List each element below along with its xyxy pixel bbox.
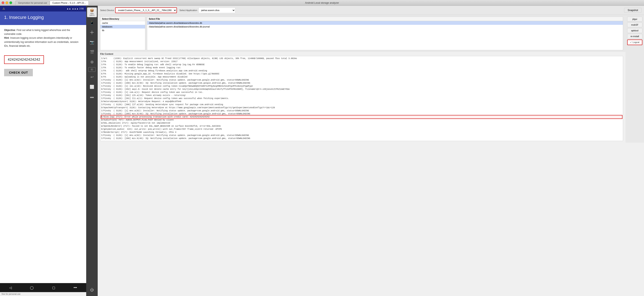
- nav-item-gps[interactable]: [88, 28, 96, 37]
- apktool-button[interactable]: apktool: [627, 28, 642, 33]
- log-line: I/Finsky ( 3128): [289] mzx.b(48): IQ: N…: [101, 82, 622, 85]
- log-line: I/Finsky ( 3128): [1] mnv.a(82): Install…: [101, 134, 622, 137]
- log-line: I/Finsky ( 3128): [289] mzx.b(48): IQ: N…: [101, 137, 622, 140]
- window-title: Android Local storage analyzer: [305, 1, 339, 4]
- log-line: V/RenderScript( 2717): 0xe2579e00 Launch…: [101, 131, 622, 134]
- nav-item-camera[interactable]: 📷: [88, 38, 96, 47]
- signal-icon: ▲▲▲: [72, 7, 78, 10]
- logcat-button[interactable]: ✓ Logcat: [627, 39, 642, 45]
- device-tab[interactable]: Custom Phone – 5.1.0 – API 22...: [50, 0, 88, 5]
- svg-point-0: [91, 32, 92, 33]
- app-tab[interactable]: Genymotion for personal use: [16, 0, 50, 5]
- log-line: I/FA ( 3128): To enable faster debug mod…: [101, 66, 622, 69]
- app-body: Objective: Find out what is being logged…: [0, 25, 86, 51]
- nav-item-square[interactable]: ⬜: [88, 82, 96, 91]
- log-line: W/EGL_emulation( 2717): eglSurfaceAttrib…: [101, 122, 622, 125]
- log-line: I/Finsky ( 3128): [289] mzx.b(48): IQ: N…: [101, 112, 622, 115]
- log-line: I/Finsky ( 3128): [1] xsm.a(1): Request …: [101, 91, 622, 94]
- browser-area: Select Directory cache databases lib Sel…: [98, 15, 644, 143]
- log-line: E/FA ( 3128): Missing google_app_id. Fir…: [101, 72, 622, 75]
- close-btn[interactable]: [2, 1, 4, 4]
- log-line: D/Volley ( 3128): [262] aayc.b: Could no…: [101, 88, 622, 91]
- nav-item-media[interactable]: 🎬: [88, 47, 96, 56]
- log-line: I/art (1339): Explicit concurrent mark s…: [101, 57, 622, 60]
- browser-main: Select Directory cache databases lib Sel…: [98, 15, 626, 143]
- log-line: W/AudioTrack( 707): AUDIO_OUTPUT_FLAG_FA…: [101, 118, 622, 122]
- dir-item-cache[interactable]: cache: [100, 21, 145, 25]
- home-btn[interactable]: ◯: [26, 285, 38, 291]
- analyzer-toolbar: Select Device model:Custom_Phone__5_1_0_…: [98, 6, 644, 15]
- warning-icon: ⚠: [2, 7, 5, 10]
- dir-panel: Select Directory cache databases lib: [100, 16, 145, 50]
- log-line: E/diva-log( 2717): Error while processin…: [101, 115, 622, 118]
- gapps-label: OpenGAPPS: [90, 13, 94, 16]
- app-select[interactable]: jakhar.aseem.diva: [198, 7, 236, 13]
- log-line: I/Finsky ( 3128): [291] lli.a(1): Reques…: [101, 97, 622, 100]
- select-app-label: Select Application: [179, 9, 197, 11]
- checkout-button[interactable]: CHECK OUT: [4, 69, 33, 76]
- wifi-icon: ▲▲: [66, 7, 71, 10]
- log-line: I/FA ( 3128): adb shell setprop debug.fi…: [101, 69, 622, 72]
- log-line: I/Finsky ( 3128): [306] llf.a(10): Sendi…: [101, 103, 622, 106]
- log-line: I/Finsky ( 3128): [1] mnv.a(82): Install…: [101, 78, 622, 82]
- minimize-btn[interactable]: [6, 1, 8, 4]
- side-buttons: jdgui mobSF apktool re-install ✓ Logcat: [626, 15, 644, 143]
- gapps-icon: 📦: [90, 8, 94, 12]
- back-btn[interactable]: ◁: [5, 285, 16, 291]
- device-nav-bar: ◁ ◯ ▢ •••: [0, 283, 86, 292]
- recents-btn[interactable]: ▢: [48, 285, 59, 291]
- device-status-bar: ⚠ ▲▲ ▲▲▲ 2:56: [0, 6, 86, 11]
- maximize-btn[interactable]: [10, 1, 12, 4]
- log-content[interactable]: I/art (1339): Explicit concurrent mark s…: [100, 56, 623, 141]
- log-line: W/OpenGLRenderer( 2717): Failed to set E…: [101, 125, 622, 128]
- jdgui-button[interactable]: jdgui: [627, 16, 642, 21]
- open-gapps-btn[interactable]: 📦 OpenGAPPS: [87, 7, 97, 17]
- toolbar-app-group: Select Application jakhar.aseem.diva: [179, 7, 236, 13]
- device-content: 1. Insecure Logging Objective: Find out …: [0, 11, 86, 283]
- app-header: 1. Insecure Logging: [0, 11, 86, 25]
- file-browser: Select Directory cache databases lib Sel…: [98, 15, 626, 52]
- log-line: I/Finsky ( 3128): [1] ikz.a(10): Receive…: [101, 85, 622, 88]
- log-line: E/FA ( 3128): Uploading is not possible.…: [101, 75, 622, 78]
- log-line: D/HeterodynamicSyncer( 3128): Heterodyne…: [101, 100, 622, 103]
- dir-item-lib[interactable]: lib: [100, 28, 145, 32]
- analyzer-panel: Select Device model:Custom_Phone__5_1_0_…: [98, 6, 644, 296]
- file-content-section: File Content I/art (1339): Explicit conc…: [98, 52, 626, 143]
- nav-item-phone[interactable]: 📱: [88, 18, 96, 27]
- mobsf-button[interactable]: mobSF: [627, 22, 642, 27]
- snapshot-button[interactable]: Snapshot: [624, 8, 642, 13]
- dir-item-databases[interactable]: databases: [100, 25, 145, 28]
- nav-item-power[interactable]: ⏻: [88, 285, 96, 294]
- device-panel: ⚠ ▲▲ ▲▲▲ 2:56 1. Insecure Logging Object…: [0, 6, 86, 296]
- file-panel-header: Select File: [147, 17, 623, 21]
- nav-sidebar: 📦 OpenGAPPS 📱 📷 🎬 ⊕ ID ↩ ⬜ ▬ ⏻: [86, 6, 98, 296]
- log-line: I/Finsky ( 3128): [291] ilh.a(19): Token…: [101, 94, 622, 97]
- nav-item-id[interactable]: ID: [88, 67, 96, 72]
- title-bar: Genymotion for personal use Custom Phone…: [0, 0, 644, 6]
- reinstall-button[interactable]: re-install: [627, 34, 642, 39]
- hint-label: Hint: [4, 36, 9, 39]
- nav-item-add[interactable]: ⊕: [88, 57, 96, 66]
- log-line: D/genymotion_audio( 415): out_write: pcm…: [101, 128, 622, 131]
- log-line: I/Finsky ( 3128): [1] mnv.a(82): Install…: [101, 109, 622, 112]
- hint-text: : Insecure logging occurs when developer…: [4, 36, 78, 47]
- nav-item-back[interactable]: ↩: [88, 73, 96, 82]
- more-btn[interactable]: •••: [69, 285, 81, 290]
- status-left: ⚠: [2, 7, 5, 10]
- status-right: ▲▲ ▲▲▲ 2:56: [66, 7, 84, 10]
- device-select[interactable]: model:Custom_Phone__5_1_0__API_22__768x1…: [115, 7, 177, 13]
- file-panel: Select File /data/data/jakhar.aseem.diva…: [147, 16, 623, 50]
- log-line: I/FA ( 3128): App measurement initialize…: [101, 60, 622, 63]
- file-content-label: File Content: [100, 52, 623, 56]
- time-display: 2:56: [80, 7, 84, 10]
- toolbar-device-group: Select Device model:Custom_Phone__5_1_0_…: [100, 7, 177, 13]
- window-controls: [2, 1, 12, 4]
- dir-panel-header: Select Directory: [100, 17, 145, 21]
- select-device-label: Select Device: [100, 9, 114, 11]
- log-line: I/FA ( 3128): To enable debug logging ru…: [101, 63, 622, 66]
- credit-card-box: 4242424242424242: [4, 55, 44, 64]
- nav-item-dock[interactable]: ▬: [88, 92, 96, 101]
- file-item-journal[interactable]: /data/data/jakhar.aseem.diva/databases/d…: [147, 25, 623, 28]
- app-title: 1. Insecure Logging: [4, 15, 82, 20]
- file-item-db[interactable]: /data/data/jakhar.aseem.diva/databases/d…: [147, 21, 623, 25]
